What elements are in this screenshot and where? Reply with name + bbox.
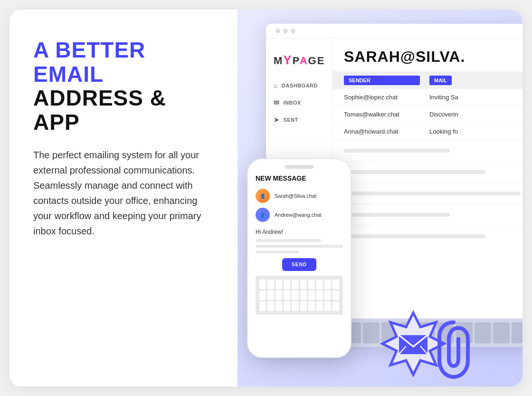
key[interactable] — [259, 301, 266, 311]
paperclip-sticker — [435, 318, 473, 379]
send-button[interactable]: SEND — [282, 258, 316, 271]
key[interactable] — [324, 290, 331, 300]
contact-email-1: Sarah@Silva.chat — [275, 193, 316, 199]
right-panel: MYPAGE ⌂ DASHBOARD ✉ INBOX ➤ SENT — [238, 10, 522, 386]
nav-dashboard[interactable]: ⌂ DASHBOARD — [266, 77, 332, 94]
key[interactable] — [259, 280, 266, 289]
message-body: Hi Andrew! — [256, 229, 343, 253]
sent-icon: ➤ — [274, 116, 280, 124]
contact-row-2: 👤 Andrew@wang.chat — [256, 208, 343, 222]
dashboard-icon: ⌂ — [274, 82, 278, 89]
avatar-sarah: 👤 — [256, 189, 270, 203]
greeting-text: Hi Andrew! — [256, 229, 343, 235]
nav-sent-label: SENT — [284, 117, 298, 123]
nav-inbox-label: INBOX — [284, 100, 301, 106]
contact-email-2: Andrew@wang.chat — [275, 212, 322, 218]
key[interactable] — [292, 290, 298, 300]
subject-2: Discoverin — [429, 111, 458, 118]
key[interactable] — [267, 280, 274, 289]
email-address-title: SARAH@SILVA. — [344, 48, 521, 66]
main-card: A BETTER EMAIL ADDRESS & APP The perfect… — [10, 10, 522, 386]
headline-blue: A BETTER EMAIL — [33, 38, 214, 86]
dot-1 — [276, 29, 280, 33]
contact-row-1: 👤 Sarah@Silva.chat — [256, 189, 343, 203]
email-table-header: SENDER MAIL — [332, 72, 522, 89]
key[interactable] — [284, 290, 290, 300]
sender-3: Anna@howard.chat — [344, 128, 420, 135]
key[interactable] — [308, 301, 315, 311]
key[interactable] — [332, 301, 339, 311]
key[interactable] — [259, 290, 266, 300]
key[interactable] — [267, 301, 274, 311]
col-header-sender: SENDER — [344, 76, 420, 85]
dot-2 — [283, 29, 288, 33]
key[interactable] — [324, 280, 331, 289]
key[interactable] — [316, 280, 323, 289]
email-row-3[interactable]: Anna@howard.chat Looking fo — [332, 123, 522, 140]
key[interactable] — [292, 301, 298, 311]
sender-1: Sophie@lopez.chat — [344, 94, 420, 101]
key[interactable] — [332, 290, 339, 300]
col-header-mail: MAIL — [429, 76, 452, 85]
key[interactable] — [308, 280, 315, 289]
phone-content: NEW MESSAGE 👤 Sarah@Silva.chat 👤 Andrew@… — [248, 169, 351, 320]
description-text: The perfect emailing system for all your… — [33, 147, 214, 239]
email-header: SARAH@SILVA. — [332, 39, 522, 72]
logo-area: MYPAGE — [266, 48, 332, 77]
phone-title: NEW MESSAGE — [256, 174, 343, 182]
left-panel: A BETTER EMAIL ADDRESS & APP The perfect… — [10, 10, 238, 386]
kb-key — [512, 322, 522, 343]
key[interactable] — [324, 301, 331, 311]
app-logo: MYPAGE — [274, 53, 324, 68]
nav-dashboard-label: DASHBOARD — [282, 83, 318, 88]
dot-3 — [291, 29, 295, 33]
subject-1: Inviting Sa — [429, 94, 458, 101]
phone-mockup: NEW MESSAGE 👤 Sarah@Silva.chat 👤 Andrew@… — [247, 158, 352, 358]
key[interactable] — [292, 280, 298, 289]
key[interactable] — [300, 301, 307, 311]
key[interactable] — [300, 280, 307, 289]
sender-2: Tomas@walker.chat — [344, 111, 420, 118]
kb-key — [475, 322, 491, 343]
email-row-2[interactable]: Tomas@walker.chat Discoverin — [332, 106, 522, 123]
key[interactable] — [316, 301, 323, 311]
email-row-1[interactable]: Sophie@lopez.chat Inviting Sa — [332, 89, 522, 106]
phone-keyboard — [256, 276, 343, 315]
key[interactable] — [284, 301, 290, 311]
msg-line-1 — [256, 239, 321, 242]
app-main: SARAH@SILVA. SENDER MAIL Sophie@lopez.ch… — [332, 39, 522, 347]
nav-sent[interactable]: ➤ SENT — [266, 111, 332, 128]
subject-3: Looking fo — [429, 128, 458, 135]
key[interactable] — [316, 290, 323, 300]
key[interactable] — [300, 290, 307, 300]
nav-inbox[interactable]: ✉ INBOX — [266, 94, 332, 111]
key[interactable] — [276, 280, 282, 289]
key[interactable] — [308, 290, 315, 300]
key[interactable] — [332, 280, 339, 289]
key[interactable] — [276, 290, 282, 300]
kb-key — [493, 322, 510, 343]
avatar-andrew: 👤 — [256, 208, 270, 222]
desktop-header — [266, 24, 522, 39]
inbox-icon: ✉ — [274, 99, 280, 106]
headline-black: ADDRESS & APP — [33, 86, 214, 134]
key[interactable] — [267, 290, 274, 300]
phone-notch — [285, 165, 314, 169]
key[interactable] — [276, 301, 282, 311]
key[interactable] — [284, 280, 290, 289]
msg-line-3 — [256, 251, 299, 253]
msg-line-2 — [256, 245, 343, 248]
kb-key — [363, 322, 380, 343]
